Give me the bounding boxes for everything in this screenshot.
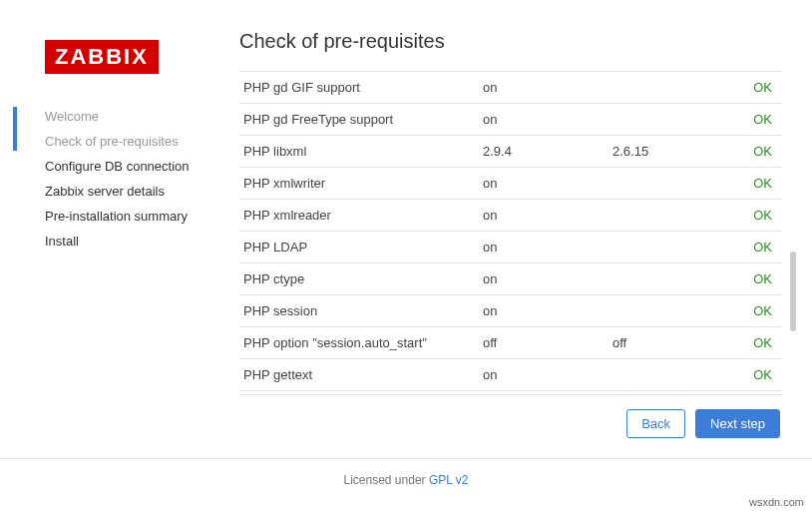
req-required [609,232,708,263]
req-status: OK [708,295,782,327]
table-row: PHP gd GIF supportonOK [239,72,782,104]
req-name: PHP option "session.auto_start" [239,327,479,359]
sidebar: ZABBIX Welcome Check of pre-requisites C… [0,0,229,458]
requirements-table-wrap[interactable]: PHP gd GIF supportonOKPHP gd FreeType su… [239,71,782,395]
req-status: OK [708,72,782,104]
req-required [609,168,708,200]
main-content: Check of pre-requisites PHP gd GIF suppo… [229,0,812,458]
back-button[interactable]: Back [626,409,685,438]
req-value: 2.9.4 [479,136,609,168]
req-value: on [479,295,609,327]
req-required: 2.6.15 [609,136,708,168]
req-required [609,295,708,327]
nav-configure-db[interactable]: Configure DB connection [45,154,209,179]
next-step-button[interactable]: Next step [695,409,780,438]
active-indicator [13,107,17,151]
button-row: Back Next step [239,395,782,438]
req-status: OK [708,263,782,295]
table-row: PHP libxml2.9.42.6.15OK [239,136,782,168]
req-required [609,263,708,295]
nav-welcome[interactable]: Welcome [45,104,209,129]
req-status: OK [708,168,782,200]
req-status: OK [708,104,782,136]
nav-install[interactable]: Install [45,229,209,254]
req-name: PHP xmlwriter [239,168,479,200]
nav-server-details[interactable]: Zabbix server details [45,179,209,204]
req-value: on [479,72,609,104]
req-name: PHP gettext [239,359,479,391]
req-value: on [479,168,609,200]
requirements-table: PHP gd GIF supportonOKPHP gd FreeType su… [239,71,782,395]
nav-list: Welcome Check of pre-requisites Configur… [45,104,209,254]
req-status: OK [708,136,782,168]
req-required [609,359,708,391]
table-row: PHP ctypeonOK [239,263,782,295]
req-required [609,200,708,232]
footer-prefix: Licensed under [344,473,429,487]
page-title: Check of pre-requisites [239,30,782,53]
req-required [609,104,708,136]
req-status: OK [708,200,782,232]
table-row: PHP gd FreeType supportonOK [239,104,782,136]
req-name: PHP gd GIF support [239,72,479,104]
footer: Licensed under GPL v2 [0,459,812,501]
nav-prerequisites[interactable]: Check of pre-requisites [45,129,209,154]
req-name: PHP gd FreeType support [239,104,479,136]
req-value: on [479,232,609,263]
req-name: PHP LDAP [239,232,479,263]
license-link[interactable]: GPL v2 [429,473,469,487]
req-status: OK [708,232,782,263]
req-name: PHP libxml [239,136,479,168]
table-row: PHP LDAPonOK [239,232,782,263]
req-value: on [479,200,609,232]
req-name: PHP xmlreader [239,200,479,232]
scrollbar[interactable] [790,252,796,331]
table-row: PHP sessiononOK [239,295,782,327]
req-status: OK [708,327,782,359]
req-required [609,72,708,104]
table-row: PHP option "session.auto_start"offoffOK [239,327,782,359]
req-required: off [609,327,708,359]
table-row: PHP gettextonOK [239,359,782,391]
req-value: on [479,104,609,136]
watermark: wsxdn.com [749,496,804,508]
table-row: PHP xmlreaderonOK [239,200,782,232]
req-name: PHP session [239,295,479,327]
logo: ZABBIX [45,40,159,74]
req-status: OK [708,359,782,391]
req-name: PHP ctype [239,263,479,295]
req-value: on [479,263,609,295]
table-row: PHP xmlwriteronOK [239,168,782,200]
req-value: off [479,327,609,359]
nav-preinstall-summary[interactable]: Pre-installation summary [45,204,209,229]
req-value: on [479,359,609,391]
